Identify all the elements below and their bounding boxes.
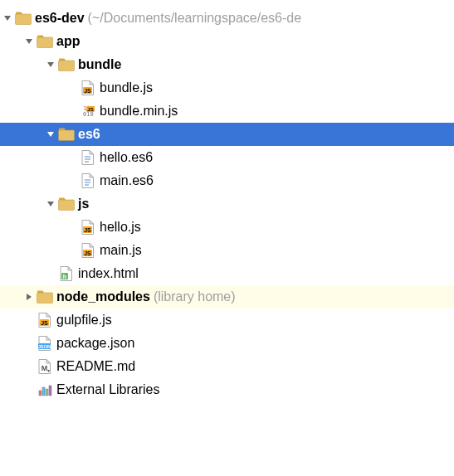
tree-row[interactable]: es6 xyxy=(0,123,454,146)
node-label: js xyxy=(78,197,89,211)
node-label: gulpfile.js xyxy=(56,313,112,328)
folder-icon xyxy=(58,197,75,211)
node-label: main.es6 xyxy=(100,173,154,188)
svg-marker-0 xyxy=(4,16,11,21)
tree-row[interactable]: JSON package.json xyxy=(0,332,454,355)
node-label: index.html xyxy=(78,266,139,281)
svg-marker-12 xyxy=(47,132,54,137)
node-label: bundle xyxy=(78,57,121,72)
svg-marker-4 xyxy=(47,62,54,67)
node-label: app xyxy=(56,34,80,49)
node-label: hello.es6 xyxy=(100,150,153,165)
node-label: package.json xyxy=(56,336,134,351)
tree-row[interactable]: node_modules(library home) xyxy=(0,285,454,308)
svg-text:M: M xyxy=(41,364,48,372)
folder-icon xyxy=(58,127,75,142)
svg-text:JS: JS xyxy=(87,107,93,112)
svg-rect-29 xyxy=(37,293,53,304)
tree-row[interactable]: JS gulpfile.js xyxy=(0,308,454,332)
library-icon xyxy=(37,382,53,397)
text-icon xyxy=(80,173,96,188)
svg-rect-21 xyxy=(59,200,75,211)
svg-text:JS: JS xyxy=(84,227,91,233)
node-label: es6 xyxy=(78,127,100,142)
tree-row[interactable]: JS bundle.js xyxy=(0,76,454,100)
tree-row[interactable]: JS main.js xyxy=(0,239,454,262)
arrow-expanded-icon[interactable] xyxy=(0,11,15,26)
svg-text:JS: JS xyxy=(84,88,91,94)
node-hint: (~/Documents/learningspace/es6-de xyxy=(88,11,301,26)
svg-rect-3 xyxy=(37,37,53,48)
tree-row[interactable]: h index.html xyxy=(0,262,454,285)
tree-row[interactable]: main.es6 xyxy=(0,169,454,192)
svg-marker-2 xyxy=(26,39,32,44)
project-tree: es6-dev(~/Documents/learningspace/es6-de… xyxy=(0,7,454,401)
svg-rect-5 xyxy=(59,61,75,71)
js-icon: JS xyxy=(37,313,53,328)
arrow-expanded-icon[interactable] xyxy=(22,34,37,49)
svg-rect-37 xyxy=(42,387,45,396)
svg-text:h: h xyxy=(63,274,66,279)
svg-rect-36 xyxy=(39,391,41,396)
html-icon: h xyxy=(58,266,75,281)
folder-icon xyxy=(37,289,53,304)
minjs-icon: 10 010 JS xyxy=(80,104,96,119)
svg-text:JS: JS xyxy=(41,320,48,326)
folder-icon xyxy=(37,34,53,49)
text-icon xyxy=(80,150,96,165)
svg-rect-1 xyxy=(16,14,32,25)
arrow-expanded-icon[interactable] xyxy=(43,127,58,142)
svg-rect-39 xyxy=(49,386,51,396)
folder-icon xyxy=(15,11,32,26)
arrow-expanded-icon[interactable] xyxy=(43,57,58,72)
external-libraries-label: External Libraries xyxy=(56,382,160,397)
js-icon: JS xyxy=(80,220,96,235)
external-libraries[interactable]: External Libraries xyxy=(0,378,454,401)
folder-icon xyxy=(58,57,75,72)
node-label: node_modules xyxy=(56,289,150,304)
svg-rect-13 xyxy=(59,130,75,141)
tree-row[interactable]: hello.es6 xyxy=(0,146,454,169)
tree-row[interactable]: 10 010 JS bundle.min.js xyxy=(0,100,454,123)
js-icon: JS xyxy=(80,243,96,258)
node-label: es6-dev xyxy=(35,11,85,26)
node-label: hello.js xyxy=(100,220,141,235)
arrow-collapsed-icon[interactable] xyxy=(22,289,37,304)
svg-text:JSON: JSON xyxy=(38,344,51,349)
node-hint: (library home) xyxy=(154,289,236,304)
svg-rect-38 xyxy=(46,389,48,396)
svg-text:010: 010 xyxy=(83,111,94,118)
node-label: main.js xyxy=(100,243,142,258)
node-label: README.md xyxy=(56,359,135,374)
tree-row[interactable]: app xyxy=(0,30,454,53)
node-label: bundle.js xyxy=(100,80,153,95)
tree-row[interactable]: bundle xyxy=(0,53,454,76)
js-icon: JS xyxy=(80,80,96,95)
tree-row[interactable]: JS hello.js xyxy=(0,216,454,239)
svg-marker-28 xyxy=(27,294,32,300)
json-icon: JSON xyxy=(37,336,53,351)
md-icon: M xyxy=(37,359,53,374)
node-label: bundle.min.js xyxy=(100,104,178,119)
tree-row[interactable]: M README.md xyxy=(0,355,454,378)
tree-row[interactable]: es6-dev(~/Documents/learningspace/es6-de xyxy=(0,7,454,30)
arrow-expanded-icon[interactable] xyxy=(43,197,58,211)
tree-row[interactable]: js xyxy=(0,192,454,216)
svg-text:JS: JS xyxy=(84,250,91,256)
svg-marker-20 xyxy=(47,202,54,206)
